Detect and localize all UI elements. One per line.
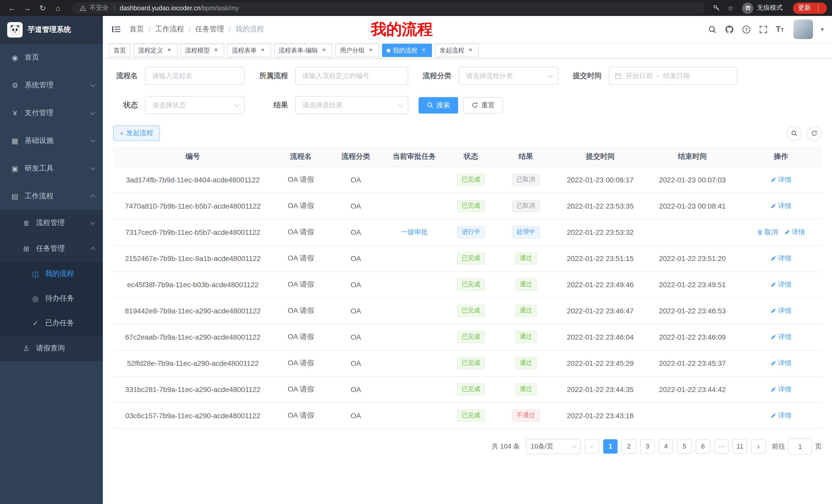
search-icon[interactable] [708, 25, 717, 34]
sidebar-item-system-mgmt[interactable]: ⚙系统管理 [0, 72, 103, 99]
page-size-select[interactable]: 10条/页 [526, 439, 580, 454]
reload-icon[interactable]: ↻ [36, 0, 49, 16]
result-select-input[interactable] [301, 101, 395, 109]
forward-icon[interactable]: → [21, 0, 34, 16]
home-icon[interactable]: ⌂ [51, 0, 65, 16]
tab-我的流程[interactable]: 我的流程× [382, 44, 432, 57]
sidebar-item-process-mgmt[interactable]: ≣流程管理 [0, 210, 103, 236]
reset-button[interactable]: 重置 [463, 97, 503, 113]
status-select[interactable] [145, 96, 245, 114]
sidebar-item-done-tasks[interactable]: ✓已办任务 [0, 311, 103, 335]
edit-icon [784, 229, 790, 235]
status-tag: 已完成 [457, 331, 485, 343]
detail-link[interactable]: 详情 [770, 411, 791, 420]
caret-down-icon[interactable]: ▾ [821, 26, 824, 33]
detail-link[interactable]: 详情 [770, 306, 791, 315]
fullscreen-icon[interactable] [759, 25, 768, 34]
font-size-icon[interactable]: TT [776, 25, 784, 33]
close-icon[interactable]: × [420, 47, 427, 54]
sidebar-item-payment-mgmt[interactable]: ¥支付管理 [0, 99, 103, 127]
process-name-input[interactable] [151, 72, 239, 80]
category-select-input[interactable] [465, 72, 546, 80]
current-task-link[interactable]: 一级审批 [401, 228, 427, 237]
browser-menu-icon[interactable]: ⋮ [815, 4, 822, 12]
password-key-icon[interactable] [712, 4, 721, 12]
close-icon[interactable]: × [212, 47, 219, 54]
tab-首页[interactable]: 首页 [109, 44, 131, 57]
breadcrumb-item[interactable]: 首页 [130, 25, 144, 34]
breadcrumb-item[interactable]: 任务管理 [196, 25, 224, 34]
close-icon[interactable]: × [367, 47, 374, 54]
category-select[interactable] [459, 67, 558, 85]
close-icon[interactable]: × [467, 47, 474, 54]
close-icon[interactable]: × [165, 47, 173, 54]
sidebar-item-label: 任务管理 [36, 244, 65, 253]
close-icon[interactable]: × [320, 47, 328, 54]
page-button-5[interactable]: 5 [677, 439, 692, 454]
detail-link[interactable]: 详情 [770, 359, 791, 368]
search-button[interactable]: 搜索 [419, 97, 458, 113]
detail-link[interactable]: 详情 [770, 175, 791, 185]
detail-link[interactable]: 详情 [770, 201, 791, 211]
tab-用户分组[interactable]: 用户分组× [335, 44, 379, 57]
result-select[interactable] [295, 96, 408, 114]
page-button-4[interactable]: 4 [659, 439, 673, 454]
sidebar-item-infrastructure[interactable]: ▦基础设施 [0, 127, 103, 155]
submit-time-range-picker[interactable]: 开始日期 - 结束日期 [609, 67, 737, 85]
sidebar-item-todo-tasks[interactable]: ◎待办任务 [0, 286, 103, 311]
table-row: ec45f38f-7b9a-11ec-b03b-acde48001122OA 请… [113, 272, 822, 298]
svg-text:?: ? [745, 27, 748, 32]
category-cell: OA [329, 272, 383, 298]
sidebar-item-my-process[interactable]: ◫我的流程 [0, 261, 103, 286]
detail-link[interactable]: 详情 [770, 332, 791, 342]
detail-link[interactable]: 详情 [770, 280, 791, 289]
sidebar-item-home[interactable]: ◉首页 [0, 44, 103, 72]
page-button-6[interactable]: 6 [696, 439, 710, 454]
app-logo[interactable]: 芋道管理系统 [0, 16, 103, 44]
process-name-input-wrap [145, 67, 245, 85]
table-refresh-button[interactable] [807, 125, 822, 141]
url-path: /bpm/task/my [201, 4, 239, 11]
plus-icon: + [120, 129, 124, 137]
tab-流程表单-编辑[interactable]: 流程表单-编辑× [274, 44, 332, 57]
page-button-11[interactable]: 11 [733, 439, 747, 454]
more-pages-button[interactable]: ··· [714, 439, 729, 454]
next-page-button[interactable]: › [751, 439, 766, 454]
process-def-input[interactable] [301, 72, 402, 80]
detail-link[interactable]: 详情 [770, 385, 791, 394]
detail-link[interactable]: 详情 [770, 254, 791, 263]
end-time-cell [645, 219, 740, 245]
bookmark-star-icon[interactable]: ☆ [726, 4, 735, 12]
table-search-toggle-button[interactable] [787, 125, 802, 141]
start-process-button[interactable]: + 发起流程 [113, 125, 160, 141]
breadcrumb-item[interactable]: 工作流程 [155, 25, 184, 34]
tab-发起流程[interactable]: 发起流程× [435, 44, 479, 57]
end-time-cell [645, 402, 740, 429]
page-button-3[interactable]: 3 [640, 439, 655, 454]
page-button-1[interactable]: 1 [603, 439, 618, 454]
back-icon[interactable]: ← [5, 0, 19, 16]
detail-link[interactable]: 详情 [784, 228, 805, 237]
status-select-input[interactable] [151, 101, 232, 109]
sidebar-item-workflow[interactable]: ▤工作流程 [0, 183, 103, 210]
github-icon[interactable] [725, 25, 734, 34]
cancel-link[interactable]: 取消 [757, 228, 778, 237]
update-button[interactable]: 更新 ⋮ [793, 2, 827, 13]
avatar[interactable] [794, 20, 813, 39]
close-icon[interactable]: × [259, 47, 266, 54]
total-count: 共 104 条 [492, 442, 520, 451]
prev-page-button[interactable]: ‹ [585, 439, 599, 454]
page-button-2[interactable]: 2 [622, 439, 636, 454]
sidebar-item-dev-tools[interactable]: ▣研发工具 [0, 155, 103, 183]
jump-unit: 页 [815, 442, 822, 451]
hamburger-icon[interactable] [111, 24, 121, 34]
tab-流程定义[interactable]: 流程定义× [134, 44, 177, 57]
tab-流程模型[interactable]: 流程模型× [181, 44, 224, 57]
help-icon[interactable]: ? [742, 25, 751, 34]
jump-page-input[interactable] [788, 438, 812, 455]
column-header: 编号 [113, 147, 272, 167]
tab-流程表单[interactable]: 流程表单× [227, 44, 271, 57]
url-bar[interactable]: 不安全 | dashboard.yudao.iocoder.cn/bpm/tas… [72, 2, 705, 14]
sidebar-item-leave-query[interactable]: ♙请假查询 [0, 335, 103, 361]
sidebar-item-task-mgmt[interactable]: ⊞任务管理 [0, 236, 103, 261]
